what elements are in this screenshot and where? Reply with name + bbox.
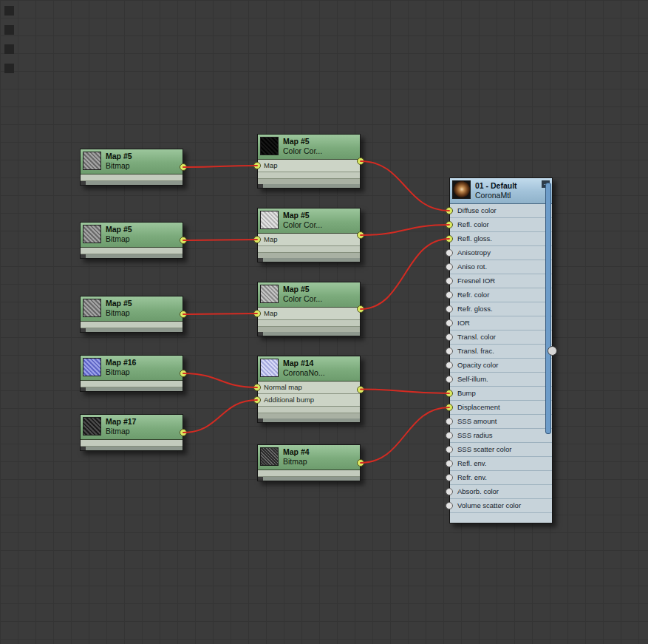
input-socket[interactable] (446, 221, 453, 228)
node-title: Map #5 (106, 296, 183, 308)
slot-opacity-color[interactable]: Opacity color (450, 359, 552, 373)
resize-handle[interactable] (548, 346, 557, 356)
input-socket[interactable] (446, 333, 453, 341)
node-thumbnail (83, 417, 101, 435)
input-socket[interactable] (446, 291, 453, 299)
slot-self-illum[interactable]: Self-illum. (450, 373, 552, 387)
slot-refl-env[interactable]: Refl. env. (450, 457, 552, 471)
node-b1[interactable]: Map #5Bitmap (80, 149, 183, 186)
node-cc3[interactable]: Map #5Color Cor...Map (257, 282, 361, 336)
input-socket[interactable] (446, 319, 453, 327)
node-mtl[interactable]: 01 - DefaultCoronaMtl–Diffuse colorRefl.… (449, 177, 553, 523)
slot-additional-bump[interactable]: Additional bump (258, 394, 360, 407)
node-header[interactable]: Map #5Bitmap (81, 223, 183, 248)
node-n14[interactable]: Map #14CoronaNo...Normal mapAdditional b… (257, 356, 361, 423)
slot-ior[interactable]: IOR (450, 316, 552, 331)
slot-volume-scatter-color[interactable]: Volume scatter color (450, 499, 552, 513)
output-socket[interactable] (180, 429, 187, 436)
node-cc2[interactable]: Map #5Color Cor...Map (257, 208, 361, 262)
node-header[interactable]: Map #16Bitmap (81, 356, 183, 381)
node-header[interactable]: Map #5Color Cor... (258, 209, 360, 234)
slot-sss-radius[interactable]: SSS radius (450, 429, 552, 443)
node-header[interactable]: Map #5Color Cor... (258, 135, 360, 160)
input-socket[interactable] (253, 236, 261, 243)
node-header[interactable]: Map #4Bitmap (258, 445, 360, 470)
connection-wire (183, 166, 257, 167)
output-socket[interactable] (357, 231, 364, 239)
output-socket[interactable] (357, 459, 364, 467)
output-socket[interactable] (357, 157, 364, 165)
input-socket[interactable] (446, 418, 453, 425)
node-b16[interactable]: Map #16Bitmap (80, 355, 183, 392)
node-subtitle: Bitmap (106, 308, 183, 317)
input-socket[interactable] (446, 348, 453, 355)
input-socket[interactable] (253, 396, 261, 404)
slot-refr-gloss[interactable]: Refr. gloss. (450, 302, 552, 316)
input-socket[interactable] (446, 263, 453, 271)
output-socket[interactable] (180, 163, 187, 171)
input-socket[interactable] (446, 249, 453, 257)
output-socket[interactable] (180, 370, 187, 377)
output-socket[interactable] (180, 237, 187, 244)
collapsed-node-marker (4, 64, 14, 73)
node-b4[interactable]: Map #4Bitmap (257, 444, 361, 481)
node-b3[interactable]: Map #5Bitmap (80, 296, 183, 333)
node-header[interactable]: Map #5Bitmap (81, 296, 183, 322)
output-socket[interactable] (180, 311, 187, 318)
slate-node-graph[interactable]: Map #5BitmapMap #5BitmapMap #5BitmapMap … (0, 0, 648, 644)
node-header[interactable]: Map #17Bitmap (81, 415, 183, 440)
slot-fresnel-ior[interactable]: Fresnel IOR (450, 274, 552, 288)
slot-absorb-color[interactable]: Absorb. color (450, 485, 552, 499)
node-b17[interactable]: Map #17Bitmap (80, 414, 183, 451)
input-socket[interactable] (253, 162, 261, 169)
input-socket[interactable] (446, 390, 453, 397)
slot-displacement[interactable]: Displacement (450, 401, 552, 415)
slot-transl-color[interactable]: Transl. color (450, 331, 552, 345)
input-socket[interactable] (446, 446, 453, 453)
slot-normal-map[interactable]: Normal map (258, 382, 360, 394)
node-cc1[interactable]: Map #5Color Cor...Map (257, 134, 361, 189)
slot-refl-color[interactable]: Refl. color (450, 218, 552, 232)
slot-transl-frac[interactable]: Transl. frac. (450, 345, 552, 359)
slot-diffuse-color[interactable]: Diffuse color (450, 204, 552, 218)
output-socket[interactable] (357, 386, 364, 393)
slot-map[interactable]: Map (258, 160, 360, 172)
input-socket[interactable] (446, 207, 453, 214)
input-socket[interactable] (253, 384, 261, 391)
node-header[interactable]: Map #5Bitmap (81, 149, 183, 174)
node-subtitle: CoronaNo... (283, 368, 360, 377)
node-thumbnail (260, 447, 279, 466)
node-header[interactable]: Map #5Color Cor... (258, 282, 360, 308)
input-socket[interactable] (446, 488, 453, 495)
input-socket[interactable] (446, 277, 453, 285)
slot-refr-env[interactable]: Refr. env. (450, 471, 552, 485)
node-header[interactable]: Map #14CoronaNo... (258, 356, 360, 382)
input-socket[interactable] (446, 474, 453, 481)
input-socket[interactable] (446, 502, 453, 509)
node-thumbnail (260, 211, 279, 229)
node-header[interactable]: 01 - DefaultCoronaMtl– (450, 178, 552, 204)
slot-map[interactable]: Map (258, 308, 360, 320)
output-socket[interactable] (357, 305, 364, 313)
slot-map[interactable]: Map (258, 234, 360, 246)
input-socket[interactable] (446, 432, 453, 439)
slot-sss-scatter-color[interactable]: SSS scatter color (450, 443, 552, 457)
slot-refl-gloss[interactable]: Refl. gloss. (450, 232, 552, 246)
slot-label: Fresnel IOR (457, 277, 495, 285)
slot-anisotropy[interactable]: Anisotropy (450, 246, 552, 260)
node-b2[interactable]: Map #5Bitmap (80, 222, 183, 259)
input-socket[interactable] (446, 460, 453, 467)
input-socket[interactable] (446, 305, 453, 313)
slot-label: IOR (457, 319, 470, 327)
input-socket[interactable] (446, 362, 453, 369)
slot-label: Transl. color (457, 333, 496, 341)
input-socket[interactable] (446, 376, 453, 383)
slot-sss-amount[interactable]: SSS amount (450, 415, 552, 429)
slot-aniso-rot[interactable]: Aniso rot. (450, 260, 552, 274)
slot-refr-color[interactable]: Refr. color (450, 288, 552, 302)
input-socket[interactable] (253, 310, 261, 317)
slot-bump[interactable]: Bump (450, 387, 552, 401)
input-socket[interactable] (446, 404, 453, 411)
scrollbar[interactable] (545, 183, 551, 434)
input-socket[interactable] (446, 235, 453, 243)
